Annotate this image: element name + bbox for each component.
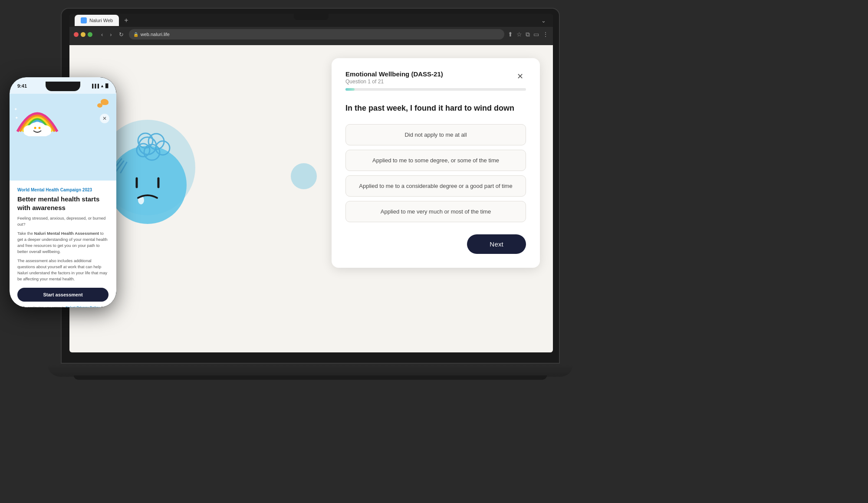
answer-option-4[interactable]: Applied to me very much or most of the t… — [345, 201, 526, 222]
forward-button[interactable]: › — [108, 30, 113, 39]
star-1: ✦ — [14, 107, 17, 112]
phone-screen: 9:41 ▐▐▐ ▲ ▉ — [10, 77, 116, 307]
privacy-policy-link[interactable]: Naluri Privacy Policy — [66, 306, 100, 308]
answer-options: Did not apply to me at all Applied to me… — [345, 124, 526, 222]
minimize-traffic-light[interactable] — [81, 32, 85, 37]
laptop-body: Naluri Web + ⌄ ‹ › ↻ 🔒 — [61, 8, 560, 364]
bubble-small — [291, 163, 317, 189]
phone-body-2: Take the Naluri Mental Health Assessment… — [17, 230, 108, 255]
svg-point-17 — [34, 127, 36, 129]
active-tab[interactable]: Naluri Web — [75, 15, 119, 26]
address-bar-row: ‹ › ↻ 🔒 web.naluri.life ⬆ ☆ ⧉ ▭ ⋮ — [69, 27, 553, 42]
tab-label: Naluri Web — [89, 18, 113, 23]
traffic-lights — [74, 32, 92, 37]
laptop-screen: Naluri Web + ⌄ ‹ › ↻ 🔒 — [69, 14, 553, 352]
puzzle-icon[interactable]: ⧉ — [526, 31, 530, 38]
phone-body-1: Feeling stressed, anxious, depressed, or… — [17, 215, 108, 228]
blob-orange-2 — [97, 103, 102, 108]
phone-disclaimer: By continuing, you agree to Naluri Priva… — [17, 305, 108, 308]
star-2: ✦ — [15, 115, 18, 120]
answer-option-1[interactable]: Did not apply to me at all — [345, 124, 526, 145]
window-controls: ⌄ — [541, 17, 548, 24]
start-assessment-button[interactable]: Start assessment — [17, 288, 108, 302]
phone-status-icons: ▐▐▐ ▲ ▉ — [91, 84, 108, 88]
next-button[interactable]: Next — [467, 234, 526, 254]
new-tab-button[interactable]: + — [121, 17, 132, 24]
laptop-base-bottom — [74, 375, 547, 380]
browser-action-icons: ⬆ ☆ ⧉ ▭ ⋮ — [508, 31, 549, 38]
question-text: In the past week, I found it hard to win… — [345, 103, 526, 114]
panel-close-button[interactable]: ✕ — [514, 70, 526, 82]
tab-favicon — [81, 17, 87, 23]
phone-content: World Mental Health Campaign 2023 Better… — [10, 181, 116, 307]
svg-point-0 — [108, 146, 187, 224]
url-text: web.naluri.life — [141, 32, 170, 37]
phone-notch — [46, 82, 80, 91]
sidebar-icon[interactable]: ▭ — [533, 31, 539, 38]
laptop-notch — [294, 14, 329, 20]
signal-icon: ▐▐▐ — [91, 84, 99, 88]
panel-header: Emotional Wellbeing (DASS-21) Question 1… — [345, 70, 526, 85]
phone-body-3: The assessment also includes additional … — [17, 258, 108, 283]
phone-time: 9:41 — [17, 83, 27, 89]
svg-point-18 — [39, 127, 41, 129]
answer-option-2[interactable]: Applied to me to some degree, or some of… — [345, 150, 526, 171]
wifi-icon: ▲ — [100, 84, 104, 88]
refresh-button[interactable]: ↻ — [117, 30, 125, 39]
rainbow-icon — [16, 102, 59, 136]
address-bar[interactable]: 🔒 web.naluri.life — [129, 29, 504, 39]
close-traffic-light[interactable] — [74, 32, 79, 37]
phone-close-button[interactable]: ✕ — [100, 114, 109, 123]
phone-illustration: ✦ ✦ ✕ — [10, 94, 116, 181]
next-button-row: Next — [345, 234, 526, 254]
panel-title: Emotional Wellbeing (DASS-21) — [345, 70, 443, 78]
laptop: Naluri Web + ⌄ ‹ › ↻ 🔒 — [61, 8, 560, 485]
maximize-traffic-light[interactable] — [88, 32, 92, 37]
answer-option-3[interactable]: Applied to me to a considerable degree o… — [345, 175, 526, 197]
bookmark-icon[interactable]: ☆ — [516, 31, 522, 38]
phone-headline: Better mental health starts with awarene… — [17, 195, 108, 212]
browser-content: Emotional Wellbeing (DASS-21) Question 1… — [69, 45, 553, 352]
laptop-base — [48, 365, 573, 377]
battery-icon: ▉ — [105, 84, 108, 88]
phone: 9:41 ▐▐▐ ▲ ▉ — [10, 77, 116, 307]
menu-icon[interactable]: ⋮ — [542, 31, 549, 38]
back-button[interactable]: ‹ — [99, 30, 105, 39]
panel-subtitle: Question 1 of 21 — [345, 79, 443, 85]
campaign-label: World Mental Health Campaign 2023 — [17, 187, 108, 192]
panel-title-group: Emotional Wellbeing (DASS-21) Question 1… — [345, 70, 443, 85]
share-icon[interactable]: ⬆ — [508, 31, 513, 38]
assessment-panel: Emotional Wellbeing (DASS-21) Question 1… — [332, 58, 540, 268]
progress-bar-background — [345, 88, 526, 91]
progress-bar-fill — [345, 88, 355, 91]
